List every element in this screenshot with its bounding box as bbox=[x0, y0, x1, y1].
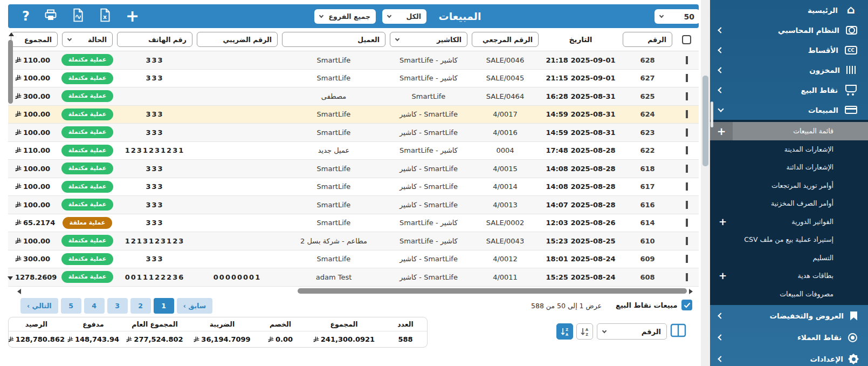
add-icon[interactable]: + bbox=[710, 122, 733, 140]
page-size-select[interactable]: 50 bbox=[655, 9, 700, 24]
submenu-item[interactable]: الإشعارات الدائنة + bbox=[710, 158, 868, 177]
filter-tax-number-input[interactable] bbox=[197, 32, 278, 47]
submenu-item[interactable]: إستيراد عملية بيع من ملف CSV + bbox=[710, 231, 868, 249]
row-checkbox[interactable] bbox=[686, 146, 688, 154]
scroll-down-arrow[interactable] bbox=[8, 276, 13, 280]
row-checkbox[interactable] bbox=[686, 128, 688, 137]
totals-summary-table: العدد 588 المجموع 241,300.0921 الخصم 0.0… bbox=[8, 317, 428, 348]
sidebar-item[interactable]: الرئيسية bbox=[710, 0, 868, 20]
sidebar-scrollbar-thumb[interactable] bbox=[711, 101, 713, 127]
row-checkbox[interactable] bbox=[686, 165, 688, 173]
table-row[interactable]: 618 2025-08-28 14:08 4/0015 كاشير - Smar… bbox=[8, 160, 699, 178]
row-checkbox[interactable] bbox=[686, 255, 688, 263]
table-row[interactable]: 610 2025-08-25 15:23 SALE/0043 SmartLife… bbox=[8, 232, 699, 250]
filter-phone-input[interactable] bbox=[117, 32, 192, 47]
page-button[interactable]: 2 bbox=[130, 298, 151, 314]
submenu-item-label: الفواتير الدورية bbox=[791, 218, 833, 226]
page-button[interactable]: 5 bbox=[61, 298, 81, 314]
table-row[interactable]: 614 2025-08-26 12:03 SALE/0002 SmartLife… bbox=[8, 214, 699, 233]
type-filter-select[interactable]: الكل bbox=[382, 9, 426, 24]
sidebar-item[interactable]: العروض والتخفيضات bbox=[710, 305, 868, 327]
pos-sales-toggle[interactable]: مبيعات نقاط البيع bbox=[616, 300, 692, 310]
sidebar-item[interactable]: الأقساط bbox=[710, 40, 868, 60]
help-icon[interactable]: ? bbox=[22, 9, 30, 24]
add-icon[interactable]: + bbox=[719, 267, 727, 285]
riyal-symbol bbox=[15, 93, 22, 100]
sort-field-select[interactable]: الرقم bbox=[597, 323, 667, 340]
row-checkbox[interactable] bbox=[686, 56, 688, 64]
sort-descending-icon[interactable]: Z A bbox=[556, 323, 573, 340]
filter-cashier-select[interactable]: الكاشير bbox=[390, 32, 467, 47]
submenu-item[interactable]: الإشعارات المدينة + bbox=[710, 140, 868, 159]
table-row[interactable]: 608 2025-08-24 15:25 4/0011 كاشير - Smar… bbox=[8, 268, 699, 287]
row-checkbox[interactable] bbox=[686, 74, 688, 82]
sidebar-item[interactable]: الإعدادات bbox=[710, 348, 868, 366]
table-row[interactable]: 627 2025-09-01 21:15 SALE/0045 SmartLife… bbox=[8, 70, 699, 88]
horizontal-scrollbar[interactable] bbox=[16, 288, 693, 294]
table-row[interactable]: 609 2025-08-24 18:01 4/0012 كاشير - Smar… bbox=[8, 250, 699, 269]
select-all-checkbox[interactable] bbox=[682, 35, 691, 44]
table-row[interactable]: 616 2025-08-28 14:07 4/0013 كاشير - Smar… bbox=[8, 196, 699, 214]
page-size-value: 50 bbox=[684, 12, 694, 21]
branch-filter-select[interactable]: جميع الفروع bbox=[314, 9, 376, 24]
filter-total-input[interactable] bbox=[11, 32, 58, 47]
row-checkbox[interactable] bbox=[686, 237, 688, 245]
submenu-item[interactable]: التسليم + bbox=[710, 249, 868, 267]
total-value: 100.00 bbox=[23, 237, 50, 245]
add-sale-icon[interactable]: + bbox=[126, 5, 139, 27]
cell-total: 100.00 bbox=[9, 165, 60, 173]
table-row[interactable]: 617 2025-08-28 14:08 4/0014 كاشير - Smar… bbox=[8, 178, 699, 196]
vertical-scrollbar-thumb[interactable] bbox=[8, 40, 13, 104]
submenu-item[interactable]: قائمة المبيعات + bbox=[710, 122, 868, 140]
sidebar-item[interactable]: نقاط البيع bbox=[710, 80, 868, 100]
filter-number-input[interactable] bbox=[623, 32, 672, 47]
table-row[interactable]: 622 2025-08-28 17:48 0004 SmartLife - كا… bbox=[8, 142, 699, 160]
sidebar-item[interactable]: نقاط العملاء bbox=[710, 327, 868, 348]
prev-page-button[interactable]: ‹ سابق bbox=[177, 298, 212, 314]
page-button[interactable]: 3 bbox=[107, 298, 128, 314]
row-checkbox[interactable] bbox=[686, 201, 688, 209]
row-checkbox[interactable] bbox=[686, 273, 688, 281]
summary-label: المجموع bbox=[304, 317, 384, 331]
table-row[interactable]: 628 2025-09-01 21:18 SALE/0046 SmartLife… bbox=[8, 51, 699, 70]
scroll-left-arrow[interactable] bbox=[17, 289, 21, 294]
columns-layout-icon[interactable] bbox=[670, 322, 686, 341]
submenu-item[interactable]: بطاقات هدية + bbox=[710, 267, 868, 285]
filter-status-select[interactable]: الحالة bbox=[62, 32, 113, 47]
table-row[interactable]: 623 2025-08-31 14:59 4/0016 كاشير - Smar… bbox=[8, 124, 699, 142]
riyal-symbol bbox=[126, 336, 132, 343]
page-scrollbar[interactable] bbox=[701, 0, 710, 366]
submenu-item[interactable]: أوامر توريد المرتجعات + bbox=[710, 177, 868, 195]
scroll-right-arrow[interactable] bbox=[689, 289, 693, 294]
sidebar-item[interactable]: المبيعات bbox=[710, 100, 868, 120]
sidebar-item[interactable]: المخزون bbox=[710, 60, 868, 80]
export-excel-icon[interactable]: x bbox=[99, 8, 112, 24]
add-icon[interactable]: + bbox=[719, 213, 727, 231]
sidebar-item[interactable]: النظام المحاسبي bbox=[710, 20, 868, 40]
submenu-item[interactable]: الفواتير الدورية + bbox=[710, 213, 868, 231]
cell-number: 610 bbox=[621, 237, 674, 245]
sort-ascending-icon[interactable]: A Z bbox=[576, 323, 593, 340]
row-checkbox[interactable] bbox=[686, 92, 688, 100]
print-icon[interactable] bbox=[44, 9, 58, 24]
column-header-date[interactable]: التاريخ bbox=[569, 35, 593, 44]
export-pdf-icon[interactable] bbox=[72, 8, 85, 24]
page-button[interactable]: 4 bbox=[84, 298, 105, 314]
scroll-up-arrow[interactable] bbox=[9, 32, 14, 36]
cell-date: 2025-08-24 18:01 bbox=[541, 255, 621, 263]
filter-customer-input[interactable] bbox=[282, 32, 385, 47]
cell-phone: 333 bbox=[115, 128, 195, 137]
submenu-item[interactable]: أوامر الصرف المخزنية + bbox=[710, 194, 868, 213]
table-row[interactable]: 624 2025-08-31 14:59 4/0017 كاشير - Smar… bbox=[8, 106, 699, 124]
horizontal-scrollbar-thumb[interactable] bbox=[298, 288, 687, 294]
row-checkbox[interactable] bbox=[686, 110, 688, 118]
submenu-item[interactable]: مصروفات المبيعات + bbox=[710, 285, 868, 303]
checked-checkbox-icon[interactable] bbox=[681, 300, 692, 310]
row-checkbox[interactable] bbox=[686, 219, 688, 227]
page-button[interactable]: 1 bbox=[154, 298, 174, 314]
page-scrollbar-thumb[interactable] bbox=[702, 76, 708, 166]
next-page-button[interactable]: ‹ التالي bbox=[20, 298, 58, 314]
table-row[interactable]: 625 2025-08-31 16:28 SALE/0464 SmartLife… bbox=[8, 87, 699, 106]
filter-reference-input[interactable] bbox=[472, 32, 539, 47]
row-checkbox[interactable] bbox=[686, 182, 688, 191]
